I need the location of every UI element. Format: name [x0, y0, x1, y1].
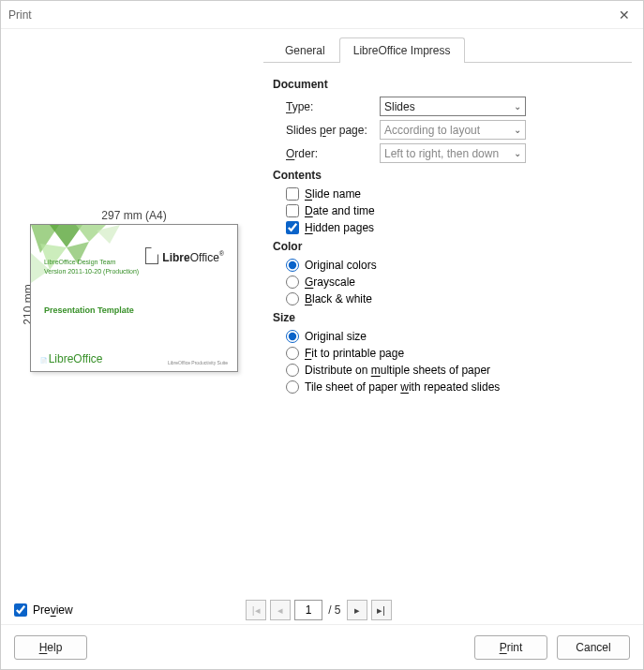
- page-navigation: |◂ ◂ / 5 ▸ ▸|: [246, 600, 391, 620]
- preview-checkbox[interactable]: [14, 603, 27, 617]
- section-size: Size: [273, 311, 622, 324]
- page-total-label: / 5: [326, 603, 342, 617]
- close-icon[interactable]: ✕: [613, 7, 636, 22]
- help-button[interactable]: Help: [14, 635, 87, 660]
- page-number-input[interactable]: [294, 600, 322, 620]
- original-size-radio[interactable]: [286, 330, 299, 343]
- slide-footer-left: 📄 LibreOffice: [40, 352, 102, 365]
- preview-label: Preview: [33, 603, 73, 617]
- chevron-down-icon: ⌄: [514, 125, 521, 135]
- titlebar: Print ✕: [1, 1, 643, 29]
- print-preview-page: LibreOffice® LibreOffice Design Team Ver…: [30, 224, 238, 372]
- tab-general[interactable]: General: [271, 37, 339, 63]
- first-page-button[interactable]: |◂: [246, 600, 266, 620]
- content-area: 297 mm (A4) 210 mm LibreOffice® LibreOff…: [1, 29, 643, 596]
- slides-per-page-select[interactable]: According to layout⌄: [380, 120, 526, 140]
- fit-page-label: Fit to printable page: [305, 347, 404, 360]
- logo-text: LibreOffice®: [162, 248, 224, 264]
- grayscale-label: Grayscale: [305, 275, 355, 289]
- hidden-pages-checkbox[interactable]: [286, 221, 299, 234]
- section-document: Document: [273, 78, 622, 91]
- document-icon: [145, 247, 158, 264]
- page-width-label: 297 mm (A4): [30, 209, 238, 222]
- next-page-button[interactable]: ▸: [347, 600, 367, 620]
- preview-nav-bar: Preview |◂ ◂ / 5 ▸ ▸|: [1, 596, 643, 624]
- slide-name-label: Slide name: [305, 187, 361, 201]
- section-contents: Contents: [273, 169, 622, 182]
- chevron-down-icon: ⌄: [514, 148, 521, 158]
- grayscale-radio[interactable]: [286, 275, 299, 289]
- section-color: Color: [273, 240, 622, 253]
- order-select[interactable]: Left to right, then down⌄: [380, 143, 526, 163]
- print-button[interactable]: Print: [474, 635, 547, 660]
- fit-page-radio[interactable]: [286, 347, 299, 360]
- dialog-footer: Help Print Cancel: [1, 624, 643, 669]
- prev-page-button[interactable]: ◂: [270, 600, 291, 620]
- options-pane: General LibreOffice Impress Document Typ…: [263, 37, 632, 588]
- slides-per-page-label: Slides per page:: [286, 124, 370, 137]
- slide-footer-right: LibreOffice Productivity Suite: [168, 360, 228, 365]
- date-time-checkbox[interactable]: [286, 204, 299, 217]
- bw-label: Black & white: [305, 292, 372, 305]
- hidden-pages-label: Hidden pages: [305, 221, 374, 234]
- type-select[interactable]: Slides⌄: [380, 97, 526, 116]
- slide-line1: LibreOffice Design Team: [44, 259, 115, 265]
- slide-name-checkbox[interactable]: [286, 187, 299, 201]
- preview-toggle[interactable]: Preview: [14, 603, 73, 617]
- original-size-label: Original size: [305, 330, 367, 343]
- date-time-label: Date and time: [305, 204, 375, 217]
- slide-title: Presentation Template: [44, 305, 134, 315]
- cancel-button[interactable]: Cancel: [557, 635, 630, 660]
- type-label: Type:: [286, 100, 370, 113]
- order-label: Order:: [286, 147, 370, 160]
- last-page-button[interactable]: ▸|: [371, 600, 392, 620]
- chevron-down-icon: ⌄: [514, 101, 521, 112]
- original-colors-radio[interactable]: [286, 259, 299, 272]
- preview-pane: 297 mm (A4) 210 mm LibreOffice® LibreOff…: [12, 37, 256, 588]
- slide-line2: Version 2011-10-20 (Production): [44, 268, 139, 275]
- tab-impress[interactable]: LibreOffice Impress: [339, 37, 465, 63]
- svg-marker-1: [50, 225, 82, 247]
- tab-bar: General LibreOffice Impress: [263, 37, 632, 63]
- distribute-radio[interactable]: [286, 364, 299, 377]
- tile-radio[interactable]: [286, 380, 299, 394]
- bw-radio[interactable]: [286, 292, 299, 305]
- tile-label: Tile sheet of paper with repeated slides: [305, 380, 500, 394]
- preview-wrap: 297 mm (A4) 210 mm LibreOffice® LibreOff…: [30, 224, 238, 372]
- original-colors-label: Original colors: [305, 259, 377, 272]
- libreoffice-logo: LibreOffice®: [145, 247, 224, 264]
- distribute-label: Distribute on multiple sheets of paper: [305, 364, 490, 377]
- window-title: Print: [8, 8, 613, 22]
- impress-panel: Document Type: Slides⌄ Slides per page: …: [263, 63, 632, 588]
